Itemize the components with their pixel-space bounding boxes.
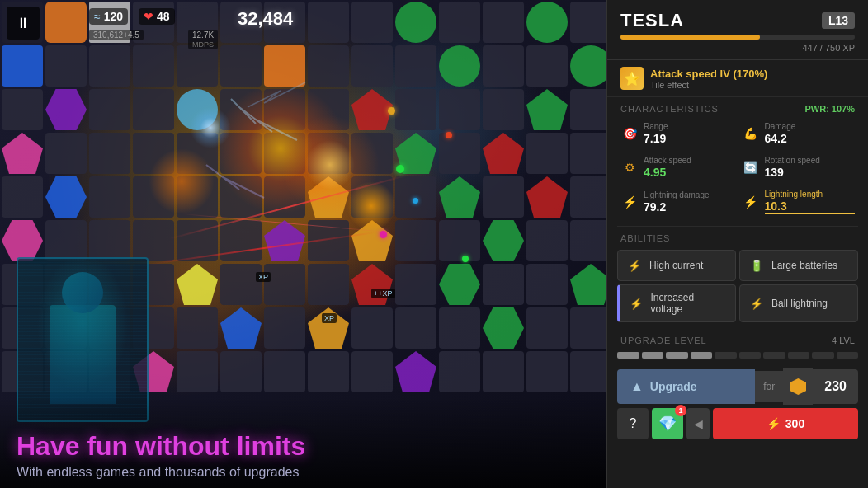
ability-large-batteries[interactable]: 🔋 Large batteries (739, 250, 858, 281)
lightning-damage-icon: ⚡ (620, 193, 639, 211)
ability-increased-voltage-label: Increased voltage (651, 292, 727, 315)
upgrade-button[interactable]: ▲ Upgrade (617, 369, 755, 404)
increased-voltage-icon: ⚡ (628, 295, 644, 312)
game-area: XP XP ++XP Have fun without limits With … (0, 0, 606, 488)
panel-header: TESLA L13 447 / 750 XP (607, 0, 868, 60)
promo-title: Have fun without limits (17, 431, 590, 462)
range-icon: 🎯 (620, 124, 639, 143)
prev-arrow-button[interactable]: ◀ (686, 408, 710, 439)
abilities-grid: ⚡ High current 🔋 Large batteries ⚡ Incre… (617, 250, 858, 322)
pip-9 (812, 352, 834, 359)
upgrade-pips (617, 352, 858, 359)
pip-5 (715, 352, 737, 359)
right-panel: TESLA L13 447 / 750 XP ⭐ Attack speed IV… (606, 0, 868, 488)
abilities-label: ABILITIES (620, 233, 670, 243)
damage-icon: 💪 (742, 124, 760, 143)
char-rotation-speed: 🔄 Rotation speed 139 (738, 151, 859, 184)
char-lightning-damage: ⚡ Lightning damage 79.2 (617, 185, 738, 219)
pwr-badge: PWR: 107% (804, 104, 855, 114)
pip-8 (788, 352, 810, 359)
xp-bar-container (620, 35, 855, 40)
lightning-length-icon: ⚡ (742, 193, 760, 211)
tile-effect-icon: ⭐ (620, 67, 644, 90)
pip-7 (763, 352, 785, 359)
ability-high-current-label: High current (649, 260, 703, 271)
pip-6 (739, 352, 762, 359)
gem-button[interactable]: 💎 1 (652, 408, 683, 439)
tile-effect-name: Attack speed IV (170%) (650, 68, 855, 80)
upgrade-button-label: Upgrade (650, 380, 697, 393)
ability-ball-lightning[interactable]: ⚡ Ball lightning (739, 284, 858, 322)
high-current-icon: ⚡ (626, 257, 643, 274)
pip-10 (837, 352, 859, 359)
pip-3 (666, 352, 688, 359)
char-lightning-length: ⚡ Lightning length 10.3 (738, 185, 859, 219)
promo-subtitle: With endless games and thousands of upgr… (17, 465, 590, 480)
char-damage: 💪 Damage 64.2 (738, 117, 859, 150)
chars-label: CHARACTERISTICS (620, 104, 719, 114)
ability-increased-voltage[interactable]: ⚡ Increased voltage (617, 284, 736, 322)
large-batteries-icon: 🔋 (748, 257, 765, 274)
bluetooth-button[interactable]: ⚡ 300 (713, 408, 858, 439)
rotation-speed-icon: 🔄 (742, 158, 760, 176)
bluetooth-icon: ⚡ (767, 417, 781, 430)
level-badge: L13 (822, 12, 855, 29)
bottom-bar: Have fun without limits With endless gam… (0, 397, 606, 488)
coin-icon-box (783, 368, 813, 405)
top-hud: ⏸ ≈ 120 ❤ 48 32,484 310,612+4.5 12.7K MD… (7, 7, 40, 40)
heart-count: 48 (157, 10, 170, 23)
gem-badge: 1 (675, 405, 686, 416)
pip-4 (691, 352, 713, 359)
pause-button[interactable]: ⏸ (7, 7, 40, 40)
chars-section-header: CHARACTERISTICS PWR: 107% (607, 97, 868, 117)
abilities-section-header: ABILITIES (607, 227, 868, 246)
tile-effect-row: ⭐ Attack speed IV (170%) Tile effect (607, 60, 868, 97)
upgrade-row: ▲ Upgrade for 230 (607, 368, 868, 405)
score-display: 32,484 (238, 8, 293, 29)
pip-2 (642, 352, 664, 359)
for-label: for (755, 371, 783, 402)
ability-high-current[interactable]: ⚡ High current (617, 250, 736, 281)
info-button[interactable]: ? (617, 408, 649, 439)
tile-effect-text: Attack speed IV (170%) Tile effect (650, 68, 855, 90)
wave-count: 120 (104, 10, 123, 23)
xp-bar-fill (620, 35, 760, 40)
upgrade-label: UPGRADE LEVEL (620, 336, 707, 345)
tower-name: TESLA (620, 10, 684, 31)
ball-lightning-icon: ⚡ (748, 295, 765, 312)
upgrade-section-header: UPGRADE LEVEL 4 LVL (607, 329, 868, 349)
ability-ball-lightning-label: Ball lightning (771, 298, 828, 309)
bluetooth-cost: 300 (785, 417, 804, 430)
pip-1 (617, 352, 639, 359)
upgrade-arrow-icon: ▲ (630, 379, 644, 394)
upgrade-level-text: 4 LVL (832, 336, 855, 345)
xp-text: 447 / 750 XP (620, 43, 855, 53)
tile-effect-sub: Tile effect (650, 80, 855, 90)
upgrade-level-section (607, 349, 868, 365)
bottom-action-row: ? 💎 1 ◀ ⚡ 300 (607, 408, 868, 446)
chars-grid: 🎯 Range 7.19 💪 Damage 64.2 ⚙ Attack spee… (607, 117, 868, 226)
coin-icon (790, 378, 806, 395)
ability-large-batteries-label: Large batteries (771, 260, 837, 271)
char-range: 🎯 Range 7.19 (617, 117, 738, 150)
attack-speed-icon: ⚙ (620, 158, 639, 176)
upgrade-cost: 230 (813, 369, 858, 404)
char-attack-speed: ⚙ Attack speed 4.95 (617, 151, 738, 184)
abilities-section: ⚡ High current 🔋 Large batteries ⚡ Incre… (607, 246, 868, 329)
